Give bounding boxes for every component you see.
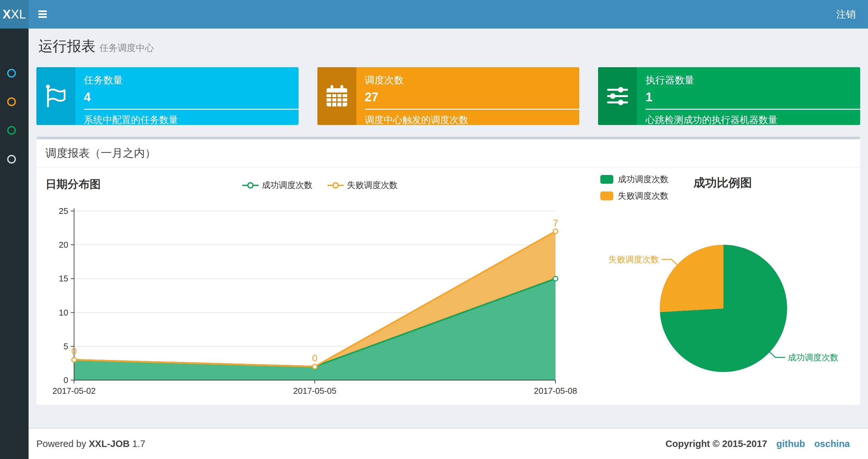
sidebar-toggle-icon[interactable]: [38, 10, 47, 19]
page-title: 运行报表任务调度中心: [38, 37, 860, 55]
logo-text-bold: X: [3, 7, 11, 22]
svg-text:20: 20: [59, 240, 68, 250]
oschina-link[interactable]: oschina: [814, 438, 850, 449]
line-chart: 05101520252017-05-022017-05-052017-05-08…: [45, 202, 594, 397]
circle-o-icon: [7, 97, 16, 106]
sidebar: [0, 29, 29, 459]
powered-prefix: Powered by: [36, 438, 86, 449]
calendar-icon: [317, 67, 356, 125]
info-boxes: 任务数量 4 系统中配置的任务数量: [36, 67, 860, 125]
pie-legend-swatch-icon: [600, 192, 613, 200]
svg-text:7: 7: [553, 218, 558, 228]
info-box-desc: 心跳检测成功的执行器机器数量: [646, 113, 852, 125]
pie-chart-section: 成功调度次数 失败调度次数 成功比例图 成功调度次数失败调度次数: [594, 174, 851, 398]
panel-body: 日期分布图 成功调度次数 失败调度次数 05101520252017-05-02…: [36, 168, 860, 405]
svg-text:15: 15: [59, 274, 68, 284]
line-chart-legend: 成功调度次数 失败调度次数: [242, 179, 398, 191]
page-subtitle: 任务调度中心: [99, 43, 154, 53]
info-box-desc: 系统中配置的任务数量: [84, 113, 290, 125]
pie-chart: 成功调度次数失败调度次数: [594, 202, 851, 397]
svg-text:2017-05-02: 2017-05-02: [53, 386, 96, 396]
svg-text:0: 0: [64, 375, 68, 385]
info-box-value: 27: [365, 90, 571, 104]
legend-item-fail[interactable]: 失败调度次数: [328, 179, 398, 191]
sidebar-item-4[interactable]: [0, 155, 29, 174]
info-box-body: 调度次数 27 调度中心触发的调度次数: [356, 67, 580, 125]
footer: Powered by XXL-JOB 1.7 Copyright © 2015-…: [29, 428, 868, 459]
info-box-jobs[interactable]: 任务数量 4 系统中配置的任务数量: [36, 67, 299, 125]
info-box-desc: 调度中心触发的调度次数: [365, 113, 571, 125]
app-logo[interactable]: XXL: [0, 0, 29, 29]
legend-label: 成功调度次数: [262, 179, 312, 191]
sidebar-item-2[interactable]: [0, 97, 29, 117]
logo-text: XL: [11, 7, 26, 22]
panel-title: 调度报表（一月之内）: [36, 139, 860, 168]
flag-icon: [36, 67, 75, 125]
circle-o-icon: [7, 155, 16, 164]
svg-text:2017-05-05: 2017-05-05: [293, 386, 337, 396]
line-chart-title: 日期分布图: [45, 177, 101, 192]
info-box-body: 任务数量 4 系统中配置的任务数量: [75, 67, 299, 125]
circle-o-icon: [7, 126, 16, 135]
powered-by: Powered by XXL-JOB 1.7: [36, 438, 145, 449]
copyright-text: Copyright © 2015-2017: [665, 438, 767, 449]
github-link[interactable]: github: [776, 438, 805, 449]
product-name: XXL-JOB: [89, 438, 130, 449]
line-legend-marker-icon: [328, 182, 344, 189]
logout-link[interactable]: 注销: [836, 0, 856, 29]
content-area: 运行报表任务调度中心 任务数量 4 系统中配置的任务数量: [29, 29, 868, 428]
svg-text:失败调度次数: 失败调度次数: [609, 255, 659, 264]
line-chart-section: 日期分布图 成功调度次数 失败调度次数 05101520252017-05-02…: [45, 174, 594, 398]
report-panel: 调度报表（一月之内） 日期分布图 成功调度次数 失败调度次数: [36, 137, 860, 405]
info-box-body: 执行器数量 1 心跳检测成功的执行器机器数量: [637, 67, 860, 125]
top-navbar: XXL 注销: [0, 0, 868, 29]
info-box-value: 4: [84, 90, 290, 104]
circle-o-icon: [7, 69, 16, 77]
svg-text:5: 5: [64, 341, 68, 351]
legend-label: 失败调度次数: [347, 179, 398, 191]
info-box-label: 执行器数量: [646, 74, 852, 87]
pie-chart-title: 成功比例图: [594, 175, 851, 191]
product-version: 1.7: [132, 438, 145, 449]
svg-text:0: 0: [71, 346, 77, 356]
svg-text:0: 0: [312, 353, 318, 363]
legend-item-success[interactable]: 成功调度次数: [242, 179, 312, 191]
info-box-label: 任务数量: [84, 74, 290, 87]
info-box-executors[interactable]: 执行器数量 1 心跳检测成功的执行器机器数量: [598, 67, 860, 125]
info-box-label: 调度次数: [365, 74, 571, 87]
sidebar-item-1[interactable]: [0, 69, 29, 88]
page-title-text: 运行报表: [38, 38, 95, 54]
pie-chart-header: 成功调度次数 失败调度次数 成功比例图: [594, 174, 851, 202]
info-box-value: 1: [646, 90, 852, 104]
svg-text:2017-05-08: 2017-05-08: [534, 386, 577, 396]
legend-label: 失败调度次数: [618, 190, 669, 202]
sliders-icon: [598, 67, 637, 125]
line-chart-header: 日期分布图 成功调度次数 失败调度次数: [45, 174, 594, 202]
svg-text:成功调度次数: 成功调度次数: [788, 353, 838, 362]
copyright-area: Copyright © 2015-2017 github oschina: [665, 438, 850, 449]
info-box-triggers[interactable]: 调度次数 27 调度中心触发的调度次数: [317, 67, 580, 125]
sidebar-item-3[interactable]: [0, 126, 29, 145]
svg-text:10: 10: [59, 308, 68, 318]
svg-text:25: 25: [59, 206, 68, 216]
legend-item-fail[interactable]: 失败调度次数: [600, 190, 669, 202]
line-legend-marker-icon: [242, 182, 258, 189]
